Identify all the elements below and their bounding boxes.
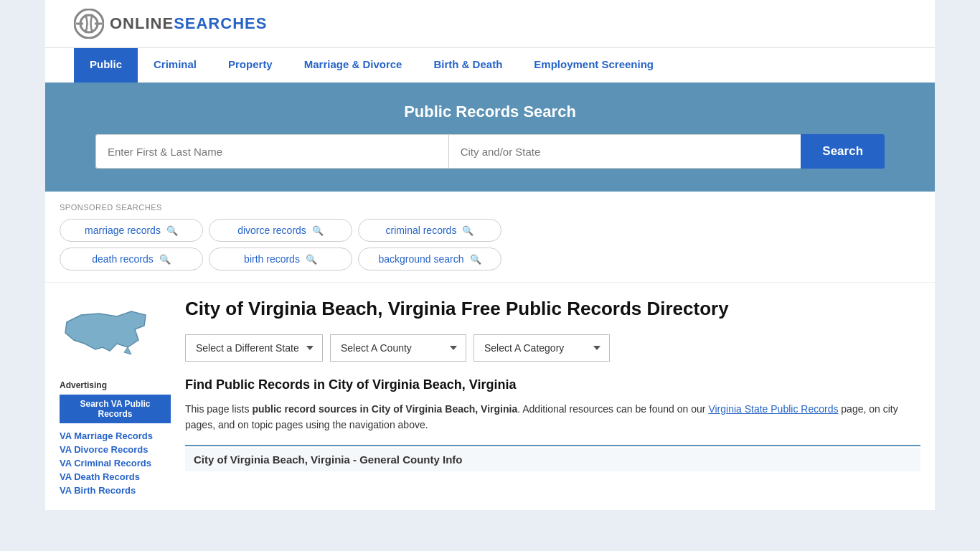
search-icon-birth: 🔍 — [306, 254, 317, 265]
tag-death-label: death records — [92, 253, 154, 265]
tag-marriage-label: marriage records — [85, 225, 161, 236]
description-text: This page lists public record sources in… — [185, 401, 920, 433]
sidebar-links: VA Marriage Records VA Divorce Records V… — [60, 430, 171, 496]
sponsored-tags: marriage records 🔍 divorce records 🔍 cri… — [60, 219, 920, 242]
nav-item-property[interactable]: Property — [212, 48, 288, 83]
dropdowns-row: Select a Different State Select A County… — [185, 334, 920, 362]
search-icon-death: 🔍 — [159, 254, 171, 265]
content-wrapper: SPONSORED SEARCHES marriage records 🔍 di… — [45, 192, 935, 510]
search-icon-marriage: 🔍 — [166, 225, 178, 236]
sidebar-link-criminal[interactable]: VA Criminal Records — [60, 458, 171, 468]
tag-background-label: background search — [378, 253, 463, 265]
sponsored-section: SPONSORED SEARCHES marriage records 🔍 di… — [45, 192, 935, 283]
sidebar-ad-button[interactable]: Search VA Public Records — [60, 395, 171, 423]
tag-criminal-records[interactable]: criminal records 🔍 — [358, 219, 501, 242]
logo: ONLINESEARCHES — [74, 9, 267, 39]
county-info-title: City of Virginia Beach, Virginia - Gener… — [185, 448, 920, 471]
sidebar-link-birth[interactable]: VA Birth Records — [60, 485, 171, 496]
tag-background-search[interactable]: background search 🔍 — [358, 248, 501, 270]
sponsored-label: SPONSORED SEARCHES — [60, 203, 920, 212]
state-map — [60, 297, 153, 369]
name-input[interactable] — [95, 134, 448, 169]
desc-part1: This page lists — [185, 403, 252, 415]
main-nav: Public Criminal Property Marriage & Divo… — [45, 47, 935, 83]
header: ONLINESEARCHES — [45, 0, 935, 47]
search-banner: Public Records Search Search — [45, 83, 935, 192]
virginia-map-svg — [60, 301, 153, 365]
search-form: Search — [95, 134, 885, 169]
logo-online: ONLINE — [110, 15, 174, 32]
location-input[interactable] — [448, 134, 801, 169]
body-layout: Advertising Search VA Public Records VA … — [45, 283, 935, 510]
desc-bold1: public record sources in City of Virgini… — [252, 403, 517, 415]
sponsored-tags-row2: death records 🔍 birth records 🔍 backgrou… — [60, 248, 920, 270]
nav-item-employment[interactable]: Employment Screening — [518, 48, 669, 83]
logo-searches: SEARCHES — [174, 15, 267, 32]
nav-item-birth-death[interactable]: Birth & Death — [418, 48, 518, 83]
search-banner-title: Public Records Search — [74, 103, 906, 121]
search-icon-criminal: 🔍 — [462, 225, 473, 236]
find-records-title: Find Public Records in City of Virginia … — [185, 377, 920, 392]
sidebar: Advertising Search VA Public Records VA … — [60, 297, 171, 496]
tag-divorce-records[interactable]: divorce records 🔍 — [209, 219, 352, 242]
search-icon-divorce: 🔍 — [312, 225, 324, 236]
tag-marriage-records[interactable]: marriage records 🔍 — [60, 219, 203, 242]
logo-icon — [74, 9, 104, 39]
nav-item-criminal[interactable]: Criminal — [138, 48, 212, 83]
sidebar-ad-label: Advertising — [60, 380, 171, 390]
category-dropdown[interactable]: Select A Category — [473, 334, 610, 362]
tag-divorce-label: divorce records — [237, 225, 306, 236]
desc-link[interactable]: Virginia State Public Records — [708, 403, 838, 415]
desc-part2: . Additional resources can be found on o… — [517, 403, 708, 415]
logo-text: ONLINESEARCHES — [110, 15, 267, 32]
main-content: City of Virginia Beach, Virginia Free Pu… — [185, 297, 920, 496]
section-divider — [185, 445, 920, 446]
sidebar-link-death[interactable]: VA Death Records — [60, 471, 171, 482]
county-dropdown[interactable]: Select A County — [330, 334, 466, 362]
nav-item-marriage-divorce[interactable]: Marriage & Divorce — [288, 48, 418, 83]
tag-criminal-label: criminal records — [386, 225, 457, 236]
page-title: City of Virginia Beach, Virginia Free Pu… — [185, 297, 920, 321]
tag-death-records[interactable]: death records 🔍 — [60, 248, 203, 270]
search-button[interactable]: Search — [801, 134, 885, 169]
tag-birth-records[interactable]: birth records 🔍 — [209, 248, 352, 270]
sidebar-link-divorce[interactable]: VA Divorce Records — [60, 444, 171, 455]
tag-birth-label: birth records — [244, 253, 300, 265]
sidebar-link-marriage[interactable]: VA Marriage Records — [60, 430, 171, 441]
state-dropdown[interactable]: Select a Different State — [185, 334, 323, 362]
nav-item-public[interactable]: Public — [74, 48, 138, 83]
search-icon-background: 🔍 — [470, 254, 481, 265]
